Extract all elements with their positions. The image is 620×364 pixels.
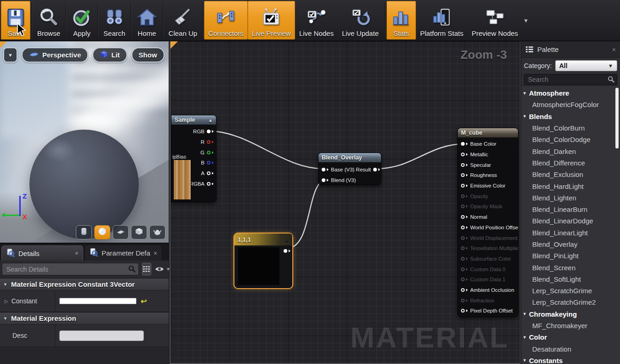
desc-input[interactable]	[59, 330, 144, 341]
pin-world-position-offset[interactable]: World Position Offset	[461, 222, 518, 233]
palette-item-blend-lighten[interactable]: Blend_Lighten	[521, 192, 620, 204]
palette-item-blend-darken[interactable]: Blend_Darken	[521, 145, 620, 157]
preview-shape-plane-button[interactable]	[113, 225, 129, 239]
texture-sample-node[interactable]: Sample ▲ RGBRGBARGBA ipBias	[171, 115, 216, 202]
collapse-icon[interactable]: ▲	[284, 237, 289, 242]
pin-opacity-mask[interactable]: Opacity Mask	[461, 201, 518, 212]
palette-item-blend-colorburn[interactable]: Blend_ColorBurn	[521, 122, 620, 134]
toolbar-button-connectors[interactable]: Connectors	[204, 1, 248, 40]
pin-g[interactable]: G	[189, 147, 214, 158]
collapse-icon[interactable]: ▲	[208, 118, 213, 123]
dropdown-caret-icon[interactable]: ▼	[523, 17, 529, 24]
pin-dot[interactable]	[461, 246, 465, 250]
pin-dot[interactable]	[461, 153, 465, 156]
toolbar-button-stats[interactable]: Stats	[387, 1, 416, 40]
palette-item-mf-chromakeyer[interactable]: MF_Chromakeyer	[521, 320, 620, 331]
section-header-constant3vector[interactable]: ▼ Material Expression Constant 3Vector	[0, 278, 169, 290]
pin-r[interactable]: R	[189, 137, 214, 148]
pin-b[interactable]: B	[189, 158, 214, 168]
palette-close-icon[interactable]: ×	[612, 46, 616, 53]
pin-refraction[interactable]: Refraction	[461, 295, 518, 306]
pin-dot[interactable]	[207, 161, 210, 165]
preview-shape-teapot-button[interactable]	[149, 225, 165, 239]
pin-base-v3[interactable]: Base (V3)	[322, 165, 356, 175]
show-menu-button[interactable]: Show	[131, 47, 165, 63]
constant-node-header[interactable]: 1,1,1 ▲	[234, 233, 292, 245]
pin-emissive-color[interactable]: Emissive Color	[461, 181, 518, 191]
tab-close-icon[interactable]: ×	[75, 250, 79, 257]
pin-dot[interactable]	[461, 278, 465, 281]
material-result-header[interactable]: M_cube	[458, 128, 518, 137]
pin-world-displacement[interactable]: World Displacement	[461, 233, 518, 243]
pin-dot[interactable]	[373, 168, 377, 171]
material-preview-sphere[interactable]	[29, 130, 139, 239]
pin-specular[interactable]: Specular	[461, 159, 518, 170]
pin-dot[interactable]	[461, 163, 465, 167]
pin-custom-data-0[interactable]: Custom Data 0	[461, 264, 518, 274]
pin-dot[interactable]	[322, 168, 325, 171]
preview-viewport[interactable]: ▼ Perspective Lit Show Z	[0, 41, 169, 244]
palette-item-lerp-scratchgrime2[interactable]: Lerp_ScratchGrime2	[521, 296, 620, 308]
palette-item-blend-difference[interactable]: Blend_Difference	[521, 157, 620, 169]
category-dropdown[interactable]: All ▼	[555, 60, 617, 71]
preview-shape-cube-button[interactable]	[131, 225, 147, 239]
palette-item-blend-exclusion[interactable]: Blend_Exclusion	[521, 169, 620, 180]
details-search-input[interactable]	[2, 263, 139, 275]
pin-rgb[interactable]: RGB	[189, 126, 214, 137]
tab-details[interactable]: Details ×	[1, 245, 83, 261]
expander-icon[interactable]: ▷	[5, 299, 8, 304]
palette-header[interactable]: Palette ×	[521, 41, 620, 58]
tab-parameter-defaults[interactable]: Parameter Defa ×	[85, 245, 161, 261]
preview-shape-cylinder-button[interactable]	[76, 225, 92, 239]
palette-scrollbar-thumb[interactable]	[615, 88, 619, 148]
pin-dot[interactable]	[461, 184, 465, 188]
palette-item-desaturation[interactable]: Desaturation	[521, 343, 620, 355]
palette-item-atmosphericfogcolor[interactable]: AtmosphericFogColor	[521, 99, 620, 110]
palette-item-lerp-scratchgrime[interactable]: Lerp_ScratchGrime	[521, 285, 620, 296]
pin-normal[interactable]: Normal	[461, 212, 518, 222]
pin-dot[interactable]	[207, 182, 210, 186]
pin-a[interactable]: A	[189, 168, 214, 179]
pin-dot[interactable]	[207, 130, 210, 133]
pin-metallic[interactable]: Metallic	[461, 149, 518, 160]
constant-color-swatch[interactable]	[59, 298, 137, 304]
palette-item-blend-linearburn[interactable]: Blend_LinearBurn	[521, 204, 620, 215]
pin-base-color[interactable]: Base Color	[461, 139, 518, 149]
blend-overlay-node[interactable]: Blend_Overlay Base (V3) Blend (V3) Resul…	[318, 153, 381, 185]
pin-ambient-occlusion[interactable]: Ambient Occlusion	[461, 285, 518, 296]
constant-output-pin[interactable]	[284, 246, 290, 256]
pin-dot[interactable]	[461, 267, 465, 271]
texture-sample-header[interactable]: Sample ▲	[171, 115, 216, 125]
viewport-options-dropdown[interactable]: ▼	[3, 47, 17, 63]
palette-category-constants[interactable]: ▼Constants	[521, 355, 620, 364]
toolbar-button-platform-stats[interactable]: Platform Stats	[416, 1, 467, 40]
pin-dot[interactable]	[284, 249, 287, 253]
pin-dot[interactable]	[461, 299, 465, 302]
property-matrix-button[interactable]	[142, 263, 151, 275]
pin-dot[interactable]	[461, 288, 465, 292]
palette-item-blend-overlay[interactable]: Blend_Overlay	[521, 239, 620, 250]
palette-category-color[interactable]: ▼Color	[521, 331, 620, 343]
pin-opacity[interactable]: Opacity	[461, 191, 518, 201]
reset-to-default-icon[interactable]: ↩	[141, 297, 147, 306]
toolbar-button-home[interactable]: Home	[132, 1, 162, 40]
material-result-node[interactable]: M_cube Base ColorMetallicSpecularRoughne…	[457, 128, 518, 317]
pin-dot[interactable]	[461, 215, 465, 219]
preview-shape-sphere-button[interactable]	[94, 225, 110, 239]
tab-close-icon[interactable]: ×	[154, 250, 157, 257]
pin-roughness[interactable]: Roughness	[461, 170, 518, 181]
toolbar-button-preview-nodes[interactable]: Preview Nodes▼	[467, 1, 522, 40]
view-options-button[interactable]: ▼	[154, 266, 171, 273]
palette-item-blend-pinlight[interactable]: Blend_PinLight	[521, 250, 620, 262]
pin-dot[interactable]	[207, 140, 210, 144]
pin-dot[interactable]	[461, 194, 465, 198]
pin-dot[interactable]	[461, 142, 465, 146]
toolbar-button-clean-up[interactable]: Clean Up	[165, 1, 202, 40]
palette-item-blend-colordodge[interactable]: Blend_ColorDodge	[521, 134, 620, 145]
blend-overlay-header[interactable]: Blend_Overlay	[319, 153, 381, 162]
constant-3vector-node[interactable]: 1,1,1 ▲	[233, 233, 293, 289]
pin-dot[interactable]	[207, 151, 210, 154]
section-header-material-expression[interactable]: ▼ Material Expression	[0, 312, 169, 324]
lit-mode-button[interactable]: Lit	[92, 47, 127, 63]
toolbar-button-live-nodes[interactable]: Live Nodes	[295, 1, 338, 40]
